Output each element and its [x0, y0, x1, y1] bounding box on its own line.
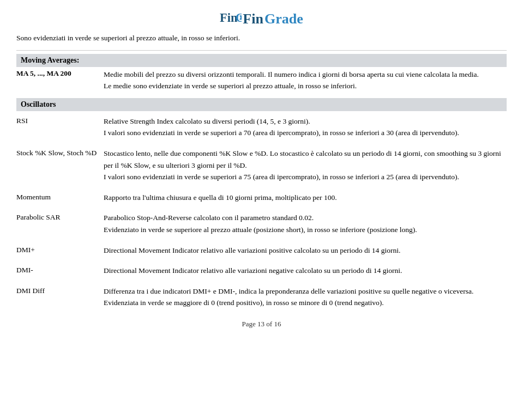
momentum-label: Momentum: [16, 192, 104, 203]
page-footer: Page 13 of 16: [16, 320, 507, 328]
ma-desc-line3: Le medie sono evidenziate in verde se su…: [104, 81, 479, 92]
dmi-diff-desc: Differenza tra i due indicatori DMI+ e D…: [104, 285, 507, 309]
stoch-label: Stock %K Slow, Stoch %D: [16, 148, 104, 159]
stoch-desc: Stocastico lento, nelle due componenti %…: [104, 148, 507, 183]
divider-top: [16, 50, 507, 51]
ma-desc-line2: Medie mobili del prezzo su diversi orizz…: [104, 69, 479, 80]
momentum-desc: Rapporto tra l'ultima chiusura e quella …: [104, 192, 507, 204]
stoch-row: Stock %K Slow, Stoch %D Stocastico lento…: [16, 148, 507, 183]
momentum-row: Momentum Rapporto tra l'ultima chiusura …: [16, 192, 507, 204]
dmi-minus-row: DMI- Directional Movement Indicator rela…: [16, 265, 507, 277]
dmi-minus-desc: Directional Movement Indicator relativo …: [104, 265, 507, 277]
logo-grade-text: Grade: [264, 11, 303, 27]
page: Fin G Fin Grade Sono evidenziati in verd…: [0, 0, 523, 345]
oscillators-header: Oscillators: [16, 98, 507, 111]
dmi-diff-label: DMI Diff: [16, 285, 104, 296]
page-header: Fin G Fin Grade: [16, 11, 507, 27]
parabolic-sar-line2: Evidenziato in verde se superiore al pre…: [104, 224, 507, 236]
rsi-row: RSI Relative Strength Index calcolato su…: [16, 115, 507, 139]
ma-row: MA 5, ..., MA 200 Medie mobili del prezz…: [16, 68, 507, 93]
rsi-desc: Relative Strength Index calcolato su div…: [104, 115, 507, 139]
logo-fin-text: Fin: [243, 11, 263, 27]
parabolic-sar-row: Parabolic SAR Parabolico Stop-And-Revers…: [16, 212, 507, 235]
stoch-desc-line1: Stocastico lento, nelle due componenti %…: [104, 148, 507, 171]
logo: Fin G Fin Grade: [220, 11, 303, 27]
rsi-desc-line2: I valori sono evidenziati in verde se su…: [104, 127, 507, 139]
parabolic-sar-desc: Parabolico Stop-And-Reverse calcolato co…: [104, 212, 507, 235]
rsi-desc-line1: Relative Strength Index calcolato su div…: [104, 115, 507, 127]
intro-text: Sono evidenziati in verde se superiori a…: [16, 33, 507, 44]
dmi-plus-desc: Directional Movement Indicator relativo …: [104, 245, 507, 257]
ma-value: Medie mobili del prezzo su diversi orizz…: [104, 69, 479, 92]
parabolic-sar-label: Parabolic SAR: [16, 212, 104, 223]
svg-text:Fin: Fin: [220, 11, 238, 25]
dmi-plus-label: DMI+: [16, 245, 104, 255]
dmi-diff-line1: Differenza tra i due indicatori DMI+ e D…: [104, 285, 507, 297]
ma-label: MA 5, ..., MA 200: [16, 69, 104, 92]
logo-icon: Fin G: [220, 11, 242, 27]
dmi-plus-row: DMI+ Directional Movement Indicator rela…: [16, 245, 507, 257]
moving-averages-header: Moving Averages:: [16, 54, 507, 67]
oscillators-section: Oscillators RSI Relative Strength Index …: [16, 98, 507, 309]
dmi-diff-line2: Evidenziata in verde se maggiore di 0 (t…: [104, 297, 507, 309]
moving-averages-section: Moving Averages: MA 5, ..., MA 200 Medie…: [16, 54, 507, 93]
parabolic-sar-line1: Parabolico Stop-And-Reverse calcolato co…: [104, 212, 507, 224]
rsi-label: RSI: [16, 115, 104, 126]
dmi-minus-label: DMI-: [16, 265, 104, 276]
dmi-diff-row: DMI Diff Differenza tra i due indicatori…: [16, 285, 507, 309]
stoch-desc-line2: I valori sono evidenziati in verde se su…: [104, 171, 507, 183]
